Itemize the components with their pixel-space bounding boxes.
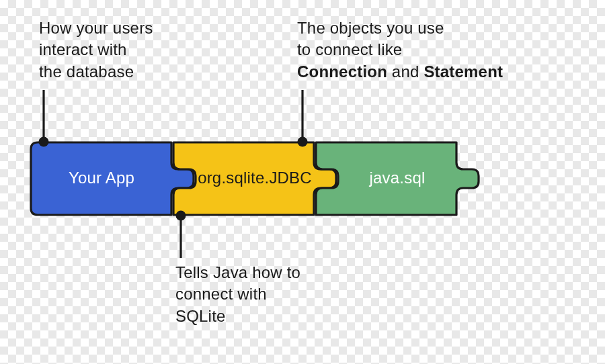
piece-label-jdbc: org.sqlite.JDBC — [194, 169, 316, 187]
leader-dot — [39, 137, 49, 147]
diagram-stage: How your users interact with the databas… — [0, 0, 605, 364]
piece-label-javasql: java.sql — [336, 169, 458, 187]
piece-label-your-app: Your App — [31, 169, 172, 187]
leader-dot — [176, 211, 186, 221]
leader-dot — [298, 137, 308, 147]
